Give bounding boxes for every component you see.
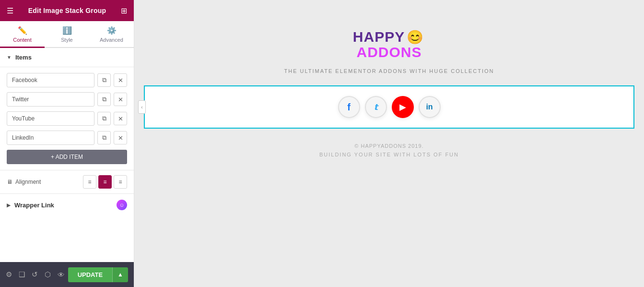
item-delete-facebook[interactable]: ✕ [114,73,127,87]
item-row-linkedin: LinkedIn ⧉ ✕ [7,131,127,145]
update-btn-group: UPDATE ▲ [68,267,128,282]
items-chevron-icon: ▼ [7,55,12,60]
advanced-tab-icon: ⚙️ [107,26,117,35]
social-icons-row: f 𝕥 ▶ in [338,96,441,118]
grid-icon[interactable]: ⊞ [121,6,127,15]
items-section-label: Items [15,54,32,61]
item-delete-youtube[interactable]: ✕ [114,112,127,125]
logo-image: HAPPY 😊 [353,29,425,45]
update-button[interactable]: UPDATE [68,267,112,282]
item-row-facebook: Facebook ⧉ ✕ [7,73,127,87]
item-row-youtube: YouTube ⧉ ✕ [7,111,127,126]
item-label-twitter: Twitter [7,92,94,107]
wrapper-link-left: ▶ Wrapper Link [7,202,54,209]
social-icon-twitter[interactable]: 𝕥 [365,96,387,118]
panel-tabs: ✏️ Content ℹ️ Style ⚙️ Advanced [0,21,134,48]
collapse-arrow-button[interactable]: ‹ [138,100,146,114]
update-dropdown-button[interactable]: ▲ [112,267,128,282]
panel-header: ☰ Edit Image Stack Group ⊞ [0,0,134,21]
hamburger-icon[interactable]: ☰ [7,6,13,15]
align-center-button[interactable]: ≡ [98,175,112,189]
wrapper-chevron-icon: ▶ [7,203,11,208]
panel-body: ▼ Items Facebook ⧉ ✕ Twitter ⧉ ✕ YouTube… [0,48,134,262]
layers-icon[interactable]: ❑ [19,270,25,279]
tab-style[interactable]: ℹ️ Style [45,21,89,48]
items-list: Facebook ⧉ ✕ Twitter ⧉ ✕ YouTube ⧉ ✕ Lin… [0,67,134,170]
settings-icon[interactable]: ⚙ [6,270,12,279]
item-delete-twitter[interactable]: ✕ [114,93,127,106]
content-tab-label: Content [13,37,32,43]
wrapper-link-section[interactable]: ▶ Wrapper Link ☺ [0,193,134,216]
align-left-button[interactable]: ≡ [83,175,96,189]
advanced-tab-label: Advanced [100,37,123,43]
logo-subtitle: THE ULTIMATE ELEMENTOR ADDONS WITH HUGE … [284,68,494,74]
canvas-footer: © HAPPYADDONS 2019. BUILDING YOUR SITE W… [305,129,473,172]
alignment-monitor-icon: 🖥 [7,179,12,185]
align-right-button[interactable]: ≡ [114,175,127,189]
item-label-facebook: Facebook [7,73,94,87]
item-duplicate-linkedin[interactable]: ⧉ [97,131,111,144]
item-label-linkedin: LinkedIn [7,131,94,145]
alignment-label: 🖥 Alignment [7,179,79,185]
add-item-button[interactable]: + ADD ITEM [7,150,127,164]
item-delete-linkedin[interactable]: ✕ [114,131,127,144]
social-icon-linkedin[interactable]: in [419,96,441,118]
item-duplicate-twitter[interactable]: ⧉ [97,93,111,106]
bottom-icons: ⚙ ❑ ↺ ⬡ 👁 [6,270,65,279]
align-buttons: ≡ ≡ ≡ [83,175,127,189]
happy-addons-icon: ☺ [117,200,127,210]
tab-advanced[interactable]: ⚙️ Advanced [89,21,134,48]
left-panel: ☰ Edit Image Stack Group ⊞ ✏️ Content ℹ️… [0,0,134,287]
items-section-header[interactable]: ▼ Items [0,48,134,67]
item-duplicate-facebook[interactable]: ⧉ [97,73,111,87]
style-tab-label: Style [61,37,72,43]
wrapper-link-label: Wrapper Link [14,202,54,209]
item-duplicate-youtube[interactable]: ⧉ [97,112,111,125]
logo-emoji: 😊 [407,29,423,45]
style-tab-icon: ℹ️ [62,26,72,35]
preview-icon[interactable]: 👁 [58,271,65,279]
logo-happy-text: HAPPY [353,29,405,45]
logo-area: HAPPY 😊 ADDONS THE ULTIMATE ELEMENTOR AD… [284,29,494,74]
history-icon[interactable]: ↺ [32,270,38,279]
panel-title: Edit Image Stack Group [28,7,106,14]
item-row-twitter: Twitter ⧉ ✕ [7,92,127,107]
alignment-text: Alignment [15,179,41,185]
right-panel: HAPPY 😊 ADDONS THE ULTIMATE ELEMENTOR AD… [134,0,644,287]
social-section: ‹ f 𝕥 ▶ in [144,85,634,129]
social-icon-facebook[interactable]: f [338,96,360,118]
item-label-youtube: YouTube [7,111,94,126]
social-icon-youtube[interactable]: ▶ [392,96,414,118]
content-tab-icon: ✏️ [18,26,27,35]
footer-copyright: © HAPPYADDONS 2019. [319,143,459,149]
alignment-row: 🖥 Alignment ≡ ≡ ≡ [0,170,134,193]
bottom-bar: ⚙ ❑ ↺ ⬡ 👁 UPDATE ▲ [0,262,134,287]
logo-addons-text: ADDONS [356,44,422,60]
canvas-area: HAPPY 😊 ADDONS THE ULTIMATE ELEMENTOR AD… [134,0,644,287]
tab-content[interactable]: ✏️ Content [0,21,45,48]
responsive-icon[interactable]: ⬡ [45,270,51,279]
footer-tagline: BUILDING YOUR SITE WITH LOTS OF FUN [319,152,459,157]
